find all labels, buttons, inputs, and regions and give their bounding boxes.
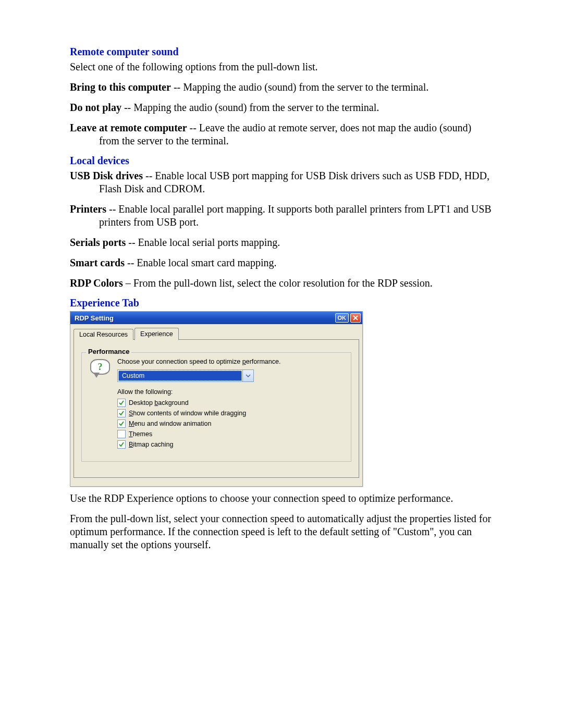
definition-term: Leave at remote computer <box>70 122 187 133</box>
checkbox-row: Show contents of window while dragging <box>117 409 344 417</box>
checkbox[interactable] <box>117 399 126 407</box>
checkbox[interactable] <box>117 430 126 438</box>
definition-item: Bring to this computer -- Mapping the au… <box>70 81 493 94</box>
checkbox-label: Bitmap caching <box>129 441 173 448</box>
experience-post-2: From the pull-down list, select your con… <box>70 512 493 551</box>
checkbox[interactable] <box>117 419 126 428</box>
dialog-title: RDP Setting <box>75 314 334 322</box>
definition-item: Do not play -- Mapping the audio (sound)… <box>70 101 493 114</box>
heading-remote-sound: Remote computer sound <box>70 46 493 58</box>
allow-label: Allow the following: <box>117 388 344 396</box>
chevron-down-icon[interactable] <box>242 370 253 381</box>
close-button[interactable] <box>350 313 361 323</box>
dialog-titlebar: RDP Setting OK <box>70 312 362 324</box>
definition-item: Serials ports -- Enable local serial por… <box>70 236 493 249</box>
ok-button[interactable]: OK <box>335 313 349 323</box>
tab-strip: Local Resources Experience <box>74 327 359 340</box>
definition-item: Leave at remote computer -- Leave the au… <box>70 121 493 147</box>
performance-fieldset: Performance ? Choose your connection spe… <box>81 352 351 462</box>
definition-item: Smart cards -- Enable local smart card m… <box>70 256 493 269</box>
checkbox-label: Themes <box>129 430 152 438</box>
definition-term: RDP Colors <box>70 277 123 289</box>
definition-term: USB Disk drives <box>70 170 143 181</box>
dropdown-selected-value: Custom <box>118 371 242 381</box>
tab-pane-experience: Performance ? Choose your connection spe… <box>74 339 359 478</box>
tab-experience[interactable]: Experience <box>134 328 179 340</box>
definition-item: USB Disk drives -- Enable local USB port… <box>70 169 493 195</box>
remote-sound-intro: Select one of the following options from… <box>70 60 493 73</box>
checkbox-row: Bitmap caching <box>117 440 344 449</box>
experience-post-1: Use the RDP Experience options to choose… <box>70 492 493 505</box>
heading-local-devices: Local devices <box>70 155 493 167</box>
tab-local-resources[interactable]: Local Resources <box>74 329 133 340</box>
checkbox-row: Menu and window animation <box>117 419 344 428</box>
checkbox-row: Desktop background <box>117 399 344 407</box>
rdp-setting-dialog: RDP Setting OK Local Resources Experienc… <box>70 311 363 487</box>
connection-speed-instruction: Choose your connection speed to optimize… <box>117 358 344 365</box>
checkbox-row: Themes <box>117 430 344 438</box>
heading-experience-tab: Experience Tab <box>70 297 493 309</box>
checkbox-label: Show contents of window while dragging <box>129 410 246 417</box>
checkbox-label: Menu and window animation <box>129 420 211 427</box>
definition-term: Printers <box>70 203 106 215</box>
definition-term: Do not play <box>70 102 121 113</box>
connection-speed-dropdown[interactable]: Custom <box>117 369 254 382</box>
definition-term: Bring to this computer <box>70 81 171 93</box>
definition-item: RDP Colors – From the pull-down list, se… <box>70 277 493 290</box>
performance-legend: Performance <box>86 348 131 355</box>
close-icon <box>353 315 358 320</box>
definition-item: Printers -- Enable local parallel port m… <box>70 203 493 229</box>
checkbox-label: Desktop background <box>129 399 189 406</box>
definition-term: Serials ports <box>70 237 126 248</box>
definition-term: Smart cards <box>70 257 125 268</box>
checkbox[interactable] <box>117 409 126 417</box>
checkbox[interactable] <box>117 440 126 449</box>
help-icon: ? <box>89 359 110 378</box>
